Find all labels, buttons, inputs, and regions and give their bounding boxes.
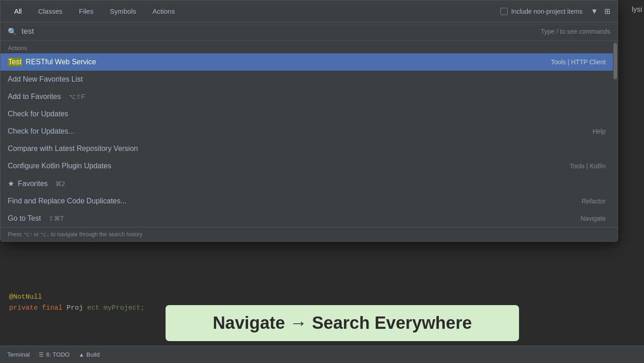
result-item-test-restful-name: Test RESTful Web Service [8, 58, 551, 66]
type-hint: Type / to see commands [540, 28, 610, 35]
code-text-proj: Proj [67, 304, 83, 312]
result-item-configure-kotlin-name: Configure Kotlin Plugin Updates [8, 162, 570, 170]
tab-files[interactable]: Files [73, 4, 100, 19]
include-non-project-checkbox[interactable] [500, 8, 508, 15]
tab-classes[interactable]: Classes [32, 4, 69, 19]
result-text-check-updates-ellipsis: Check for Updates... [8, 127, 74, 135]
result-location-go-to-test: Navigate [581, 215, 606, 222]
result-text-add-new-favorites: Add New Favorites List [8, 75, 83, 83]
tab-symbols[interactable]: Symbols [104, 4, 143, 19]
result-text-compare: Compare with Latest Repository Version [8, 145, 138, 153]
result-text-find-replace: Find and Replace Code Duplicates... [8, 197, 127, 205]
result-item-add-new-favorites-name: Add New Favorites List [8, 75, 606, 83]
highlight-test: Test [8, 58, 22, 66]
result-text-restful: RESTful Web Service [26, 58, 96, 66]
code-keyword-final: final [42, 304, 67, 312]
include-non-project-label: Include non-project items [511, 8, 582, 15]
result-item-favorites-name: Favorites ⌘2 [18, 180, 606, 188]
shortcut-go-to-test: ⇧⌘T [48, 215, 64, 222]
result-item-compare-name: Compare with Latest Repository Version [8, 145, 606, 153]
result-item-find-replace-name: Find and Replace Code Duplicates... [8, 197, 582, 205]
right-edge-label: lysi [630, 5, 644, 14]
terminal-button[interactable]: Terminal [7, 351, 30, 358]
tab-actions[interactable]: Actions [146, 4, 181, 19]
result-location-configure-kotlin: Tools | Kotlin [570, 162, 606, 170]
navigate-tooltip: Navigate → Search Everywhere [166, 305, 519, 341]
include-non-project-option[interactable]: Include non-project items [500, 8, 582, 15]
star-icon-favorites: ★ [8, 179, 14, 188]
results-area: Actions Test RESTful Web Service Tools |… [0, 41, 618, 227]
result-item-check-updates[interactable]: Check for Updates [0, 105, 613, 123]
shortcut-add-to-favorites: ⌥⇧F [68, 93, 85, 100]
result-item-go-to-test-name: Go to Test ⇧⌘T [8, 214, 581, 223]
section-header-actions: Actions [0, 41, 613, 53]
results-list: Actions Test RESTful Web Service Tools |… [0, 41, 613, 227]
terminal-label: Terminal [7, 351, 30, 358]
grid-icon[interactable]: ⊞ [604, 7, 610, 16]
filter-icon[interactable]: ▼ [591, 7, 598, 16]
shortcut-favorites: ⌘2 [55, 180, 65, 187]
result-text-favorites: Favorites [18, 180, 48, 188]
todo-label: 6: TODO [46, 351, 70, 358]
scrollbar-track[interactable] [613, 41, 618, 227]
code-annotation: @NotNull [9, 293, 42, 301]
dialog-footer: Press ⌥↑ or ⌥↓ to navigate through the s… [0, 227, 618, 241]
result-text-add-to-favorites: Add to Favorites [8, 93, 61, 101]
scrollbar-thumb[interactable] [613, 43, 617, 79]
result-item-find-replace[interactable]: Find and Replace Code Duplicates... Refa… [0, 192, 613, 210]
result-text-configure-kotlin: Configure Kotlin Plugin Updates [8, 162, 111, 170]
search-icon: 🔍 [8, 27, 17, 36]
result-location-check-updates-ellipsis: Help [592, 128, 606, 135]
result-item-check-updates-ellipsis-name: Check for Updates... [8, 127, 592, 135]
search-row: 🔍 Type / to see commands [0, 22, 618, 41]
result-item-go-to-test[interactable]: Go to Test ⇧⌘T Navigate [0, 210, 613, 227]
search-everywhere-dialog: All Classes Files Symbols Actions Includ… [0, 0, 618, 242]
code-keyword-private: private [9, 304, 42, 312]
todo-button[interactable]: ☰ 6: TODO [39, 351, 70, 358]
code-text-rest: ect myProject; [87, 304, 145, 312]
build-label: Build [87, 351, 100, 358]
tab-all[interactable]: All [8, 4, 28, 19]
result-location-find-replace: Refactor [582, 197, 606, 205]
bottom-bar: Terminal ☰ 6: TODO ▲ Build [0, 346, 644, 363]
result-item-favorites[interactable]: ★ Favorites ⌘2 [0, 175, 613, 192]
result-item-add-to-favorites[interactable]: Add to Favorites ⌥⇧F [0, 88, 613, 105]
search-input[interactable] [21, 27, 536, 36]
result-item-test-restful[interactable]: Test RESTful Web Service Tools | HTTP Cl… [0, 53, 613, 71]
tab-bar: All Classes Files Symbols Actions Includ… [0, 0, 618, 22]
result-text-check-updates: Check for Updates [8, 110, 68, 118]
navigate-tooltip-text: Navigate → Search Everywhere [213, 313, 472, 333]
code-line-1: @NotNull [9, 292, 635, 303]
result-text-go-to-test: Go to Test [8, 214, 41, 223]
result-location-restful: Tools | HTTP Client [551, 58, 606, 66]
result-item-compare[interactable]: Compare with Latest Repository Version [0, 140, 613, 157]
build-button[interactable]: ▲ Build [79, 351, 100, 358]
footer-text: Press ⌥↑ or ⌥↓ to navigate through the s… [8, 231, 142, 238]
result-item-add-new-favorites[interactable]: Add New Favorites List [0, 71, 613, 88]
result-item-check-updates-ellipsis[interactable]: Check for Updates... Help [0, 123, 613, 140]
result-item-check-updates-name: Check for Updates [8, 110, 606, 118]
result-item-configure-kotlin[interactable]: Configure Kotlin Plugin Updates Tools | … [0, 157, 613, 175]
result-item-add-to-favorites-name: Add to Favorites ⌥⇧F [8, 93, 606, 101]
